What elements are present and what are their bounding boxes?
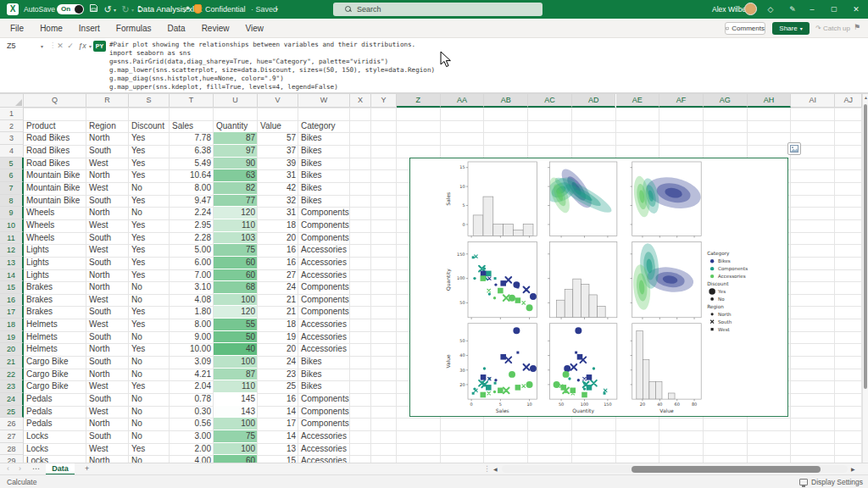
cell[interactable]: Components (298, 393, 350, 406)
cell[interactable]: 3.10 (170, 281, 214, 294)
cell[interactable]: 77 (214, 195, 258, 208)
column-header-T[interactable]: T (170, 94, 214, 108)
row-header-29[interactable]: 29 (0, 455, 24, 463)
column-header-X[interactable]: X (350, 94, 371, 108)
column-header-R[interactable]: R (86, 94, 129, 108)
autosave-toggle[interactable]: On (57, 4, 84, 14)
horizontal-scroll-thumb[interactable] (632, 466, 821, 473)
cell[interactable]: Wheels (24, 232, 86, 245)
cell[interactable]: North (86, 369, 129, 381)
cell[interactable]: Yes (129, 343, 170, 356)
ribbon-tab-review[interactable]: Review (202, 24, 230, 33)
cell[interactable]: Components (298, 232, 350, 245)
restore-button[interactable]: ▢ (827, 0, 841, 19)
display-settings-button[interactable]: Display Settings (799, 475, 863, 488)
cell[interactable]: 8.00 (170, 319, 214, 331)
ribbon-tab-file[interactable]: File (10, 24, 24, 33)
cell[interactable]: 16 (258, 244, 298, 257)
cell[interactable]: 90 (214, 158, 258, 170)
pairplot-chart[interactable]: 051015Sales50100150Quantity051020304050S… (409, 158, 788, 417)
save-icon[interactable] (88, 3, 99, 16)
cell[interactable]: West (86, 158, 129, 170)
row-header-10[interactable]: 10 (0, 219, 24, 232)
row-header-11[interactable]: 11 (0, 232, 24, 245)
cell[interactable]: 10.64 (170, 169, 214, 182)
cell[interactable]: 2.00 (170, 443, 214, 456)
cell[interactable]: 1.80 (170, 306, 214, 319)
cell[interactable]: Components (298, 306, 350, 319)
row-header-9[interactable]: 9 (0, 207, 24, 219)
sheet-list-icon[interactable]: ⋯ (32, 463, 40, 475)
cell[interactable]: No (129, 356, 170, 369)
row-header-18[interactable]: 18 (0, 319, 24, 331)
cell[interactable]: 39 (258, 158, 298, 170)
cell[interactable]: Lights (24, 244, 86, 257)
cell[interactable]: 24 (258, 281, 298, 294)
cell[interactable]: Components (298, 219, 350, 232)
cell[interactable]: Yes (129, 319, 170, 331)
row-header-16[interactable]: 16 (0, 294, 24, 307)
cell[interactable]: Locks (24, 455, 86, 463)
catchup-button[interactable]: ↷ Catch up (815, 22, 850, 35)
cell[interactable]: West (86, 443, 129, 456)
pencil-icon[interactable]: ✎ (786, 0, 799, 19)
cell[interactable]: Yes (129, 306, 170, 319)
row-header-8[interactable]: 8 (0, 195, 24, 208)
formula-input[interactable]: #Pair plot showing the relationships bet… (109, 41, 855, 91)
cell[interactable]: South (86, 195, 129, 208)
undo-caret-icon[interactable]: ▾ (114, 7, 116, 13)
cell[interactable]: Accessories (298, 455, 350, 463)
cell[interactable]: 100 (214, 294, 258, 307)
cell[interactable]: 42 (258, 182, 298, 195)
cell[interactable]: Bikes (298, 132, 350, 145)
cell[interactable]: Components (298, 281, 350, 294)
cell[interactable]: No (129, 281, 170, 294)
column-header-AC[interactable]: AC (528, 94, 572, 108)
row-header-27[interactable]: 27 (0, 430, 24, 443)
cell[interactable]: Mountain Bike (24, 182, 86, 195)
cell[interactable]: South (86, 393, 129, 406)
row-header-6[interactable]: 6 (0, 169, 24, 182)
column-header-Z[interactable]: Z (397, 94, 441, 108)
cell[interactable]: 57 (258, 132, 298, 145)
cell[interactable]: Yes (129, 169, 170, 182)
gem-icon[interactable]: ◇ (764, 0, 777, 19)
cell[interactable]: 143 (214, 406, 258, 419)
cell[interactable]: North (86, 455, 129, 463)
cell[interactable]: 2.24 (170, 207, 214, 219)
cell[interactable]: 32 (258, 195, 298, 208)
cell[interactable]: 100 (214, 443, 258, 456)
cell[interactable]: Helmets (24, 319, 86, 331)
cell[interactable]: 7.00 (170, 269, 214, 282)
cell[interactable]: 0.30 (170, 406, 214, 419)
cell[interactable]: Lights (24, 257, 86, 269)
cell[interactable]: Yes (129, 145, 170, 158)
cell[interactable]: No (129, 369, 170, 381)
cell[interactable]: 4.08 (170, 294, 214, 307)
cell[interactable]: 16 (258, 257, 298, 269)
column-header-AG[interactable]: AG (704, 94, 748, 108)
cell[interactable]: 9.00 (170, 331, 214, 344)
column-header-AI[interactable]: AI (791, 94, 835, 108)
cell[interactable]: 110 (214, 219, 258, 232)
cell[interactable]: 87 (214, 369, 258, 381)
column-header-AH[interactable]: AH (748, 94, 792, 108)
cell[interactable]: North (86, 169, 129, 182)
save-status-caret-icon[interactable]: ▾ (275, 6, 278, 12)
cancel-button[interactable]: ✕ (56, 40, 64, 52)
cell[interactable]: Lights (24, 269, 86, 282)
column-header-V[interactable]: V (258, 94, 298, 108)
cell[interactable]: 60 (214, 269, 258, 282)
cell[interactable]: Yes (129, 232, 170, 245)
row-header-25[interactable]: 25 (0, 406, 24, 419)
cell[interactable]: 2.04 (170, 380, 214, 393)
cell[interactable]: 10.00 (170, 343, 214, 356)
cell[interactable]: Cargo Bike (24, 356, 86, 369)
cell[interactable]: 55 (214, 319, 258, 331)
cell[interactable]: West (86, 406, 129, 419)
cell[interactable]: Accessories (298, 430, 350, 443)
cell[interactable]: Accessories (298, 331, 350, 344)
cell[interactable]: 19 (258, 331, 298, 344)
cell[interactable]: Product (24, 120, 86, 133)
cell[interactable]: Accessories (298, 443, 350, 456)
